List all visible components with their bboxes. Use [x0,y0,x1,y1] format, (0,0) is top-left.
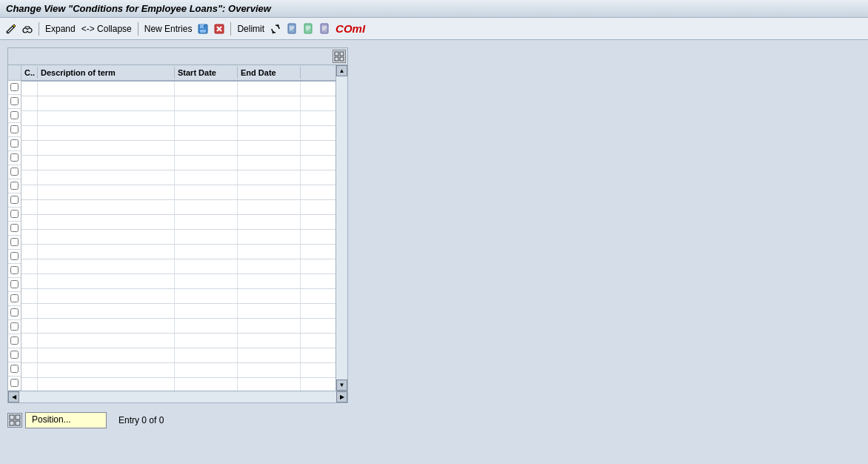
grid-wrapper: C.. Description of term Start Date End D… [8,65,347,391]
svg-rect-27 [16,415,20,420]
table-body [21,82,335,391]
table-row[interactable] [21,230,335,245]
table-row[interactable] [21,289,335,304]
new-entries-button[interactable]: New Entries [143,23,194,35]
scroll-down-button[interactable]: ▼ [336,380,347,391]
copy-icon[interactable] [21,22,34,36]
row-checkbox-9[interactable] [8,193,21,208]
table-toolbar [8,48,347,65]
row-checkbox-12[interactable] [8,236,21,250]
row-checkbox-7[interactable] [8,165,21,179]
window-title: Change View "Conditions for Employee Loa… [6,3,271,14]
col-header-end: End Date [238,67,301,79]
row-checkbox-11[interactable] [8,222,21,236]
svg-rect-26 [10,415,14,420]
row-checkbox-21[interactable] [8,362,21,377]
col-header-start: Start Date [175,67,238,79]
row-checkbox-17[interactable] [8,306,21,320]
table-row[interactable] [21,319,335,334]
svg-rect-23 [340,52,344,56]
main-content: C.. Description of term Start Date End D… [0,40,868,461]
table-row[interactable] [21,185,335,200]
footer: Position... Entry 0 of 0 [7,412,861,428]
table-row[interactable] [21,304,335,319]
horizontal-scrollbar[interactable]: ◀ ▶ [8,391,347,402]
table-row[interactable] [21,334,335,348]
collapse-button[interactable]: <-> Collapse [80,23,133,35]
table-row[interactable] [21,126,335,141]
toolbar: Expand <-> Collapse New Entries Delimit [0,18,868,40]
table-row[interactable] [21,96,335,111]
row-checkbox-5[interactable] [8,137,21,151]
doc1-icon[interactable] [285,22,298,36]
position-button-area: Position... [7,412,107,428]
separator-2 [138,22,138,36]
refresh-icon[interactable] [269,22,282,36]
table-row[interactable] [21,156,335,170]
vertical-scrollbar[interactable]: ▲ ▼ [335,65,347,391]
svg-rect-24 [335,57,338,61]
position-icon [7,413,22,428]
table-row[interactable] [21,82,335,96]
row-checkbox-14[interactable] [8,264,21,278]
row-checkbox-22[interactable] [8,377,21,391]
table-row[interactable] [21,215,335,230]
column-settings-icon[interactable] [333,50,346,63]
separator-1 [39,22,39,36]
row-checkbox-20[interactable] [8,348,21,362]
checkbox-header [8,65,21,81]
row-checkbox-1[interactable] [8,81,21,95]
doc3-icon[interactable] [318,22,331,36]
data-table: C.. Description of term Start Date End D… [21,65,335,391]
entry-info: Entry 0 of 0 [118,415,164,425]
brand-text: COmI [335,22,365,35]
scroll-up-button[interactable]: ▲ [336,65,347,76]
table-row[interactable] [21,200,335,215]
svg-rect-29 [16,421,20,425]
row-checkbox-19[interactable] [8,334,21,348]
table-row[interactable] [21,259,335,274]
position-input[interactable]: Position... [25,412,107,428]
svg-rect-22 [335,52,338,56]
table-row[interactable] [21,274,335,289]
scroll-track-vertical[interactable] [336,76,347,380]
scroll-track-horizontal[interactable] [19,391,336,402]
svg-rect-25 [340,57,344,61]
table-row[interactable] [21,141,335,156]
delimit-button[interactable]: Delimit [236,23,266,35]
svg-rect-2 [26,30,29,31]
separator-3 [230,22,231,36]
svg-rect-5 [200,30,206,33]
row-checkbox-16[interactable] [8,292,21,306]
row-checkbox-2[interactable] [8,95,21,109]
col-header-desc: Description of term [38,67,175,79]
delete-icon[interactable] [213,22,226,36]
table-row[interactable] [21,170,335,185]
row-checkbox-4[interactable] [8,123,21,137]
table-row[interactable] [21,111,335,126]
table-row[interactable] [21,348,335,363]
table-row[interactable] [21,363,335,378]
edit-icon[interactable] [4,22,18,36]
svg-rect-6 [204,25,205,27]
save-icon[interactable] [196,22,210,36]
expand-button[interactable]: Expand [44,23,77,35]
row-checkbox-13[interactable] [8,250,21,264]
table-row[interactable] [21,245,335,259]
scroll-left-button[interactable]: ◀ [8,391,19,402]
scroll-right-button[interactable]: ▶ [336,391,347,402]
row-checkbox-6[interactable] [8,151,21,165]
doc2-icon[interactable] [301,22,315,36]
row-checkbox-18[interactable] [8,320,21,334]
row-checkbox-3[interactable] [8,109,21,123]
col-header-c: C.. [21,67,38,79]
title-bar: Change View "Conditions for Employee Loa… [0,0,868,18]
table-header: C.. Description of term Start Date End D… [21,65,335,82]
data-table-container: C.. Description of term Start Date End D… [7,47,348,403]
checkbox-column [8,65,21,391]
row-checkbox-10[interactable] [8,208,21,222]
row-checkbox-15[interactable] [8,278,21,292]
row-checkbox-8[interactable] [8,179,21,193]
svg-rect-28 [10,421,14,425]
table-row[interactable] [21,378,335,391]
